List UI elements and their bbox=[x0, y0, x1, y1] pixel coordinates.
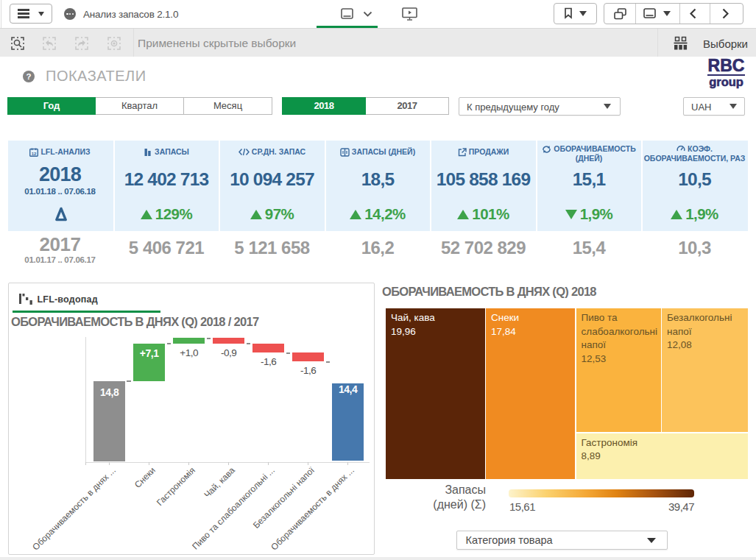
svg-text:12: 12 bbox=[32, 152, 37, 156]
